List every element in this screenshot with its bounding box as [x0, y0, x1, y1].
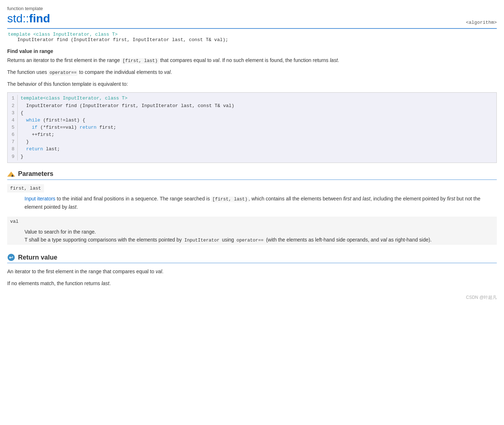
param-name-val: val: [7, 217, 21, 226]
input-iterators-link[interactable]: Input iterators: [25, 196, 56, 202]
function-name: std::find: [7, 12, 50, 25]
return-icon: ↩: [7, 253, 15, 261]
last-italic-2: last: [68, 204, 76, 210]
last-italic-return: last: [101, 280, 109, 286]
last-italic-1: last: [330, 57, 338, 63]
code-line-3: 3 {: [8, 110, 496, 117]
code-line-6: 6 ++first;: [8, 131, 496, 138]
parameters-title: Parameters: [18, 170, 53, 178]
param-desc-first-last: Input iterators to the initial and final…: [7, 195, 497, 211]
svg-text:▲: ▲: [10, 173, 14, 177]
first-italic-2: first: [447, 196, 455, 202]
operator-code: operator==: [48, 70, 78, 76]
val-italic-return: val: [156, 269, 162, 274]
code-block-container: 1 template<class InputIterator, class T>…: [7, 92, 497, 163]
param-name-first-last: first, last: [7, 184, 44, 192]
parameters-divider: [7, 180, 497, 180]
code-line-9: 9 }: [8, 153, 496, 160]
parameters-icon: ▲: [7, 170, 15, 178]
return-divider: [7, 263, 497, 263]
namespace: std::: [7, 12, 29, 25]
description-3: The behavior of this function template i…: [7, 80, 497, 88]
signature-block: template <class InputIterator, class T> …: [7, 32, 497, 43]
code-line-2: 2 InputIterator find (InputIterator firs…: [8, 102, 496, 110]
return-title: Return value: [18, 254, 57, 261]
val-desc-line2: T shall be a type supporting comparisons…: [25, 236, 497, 244]
val-desc-line1: Value to search for in the range.: [25, 228, 497, 236]
return-desc-1: An iterator to the first element in the …: [7, 267, 497, 275]
code-line-5: 5 if (*first==val) return first;: [8, 124, 496, 131]
function-type: function template: [7, 6, 497, 11]
code-line-1: 1 template<class InputIterator, class T>: [8, 95, 496, 102]
return-section-header: ↩ Return value: [7, 253, 497, 261]
range-code: [first, last): [211, 196, 249, 202]
operatoreq-code: operator==: [235, 238, 265, 243]
main-heading: Find value in range: [7, 48, 497, 54]
first-italic: first: [343, 196, 352, 202]
watermark: CSDN @叶超凡: [7, 295, 497, 301]
param-first-last: first, last Input iterators to the initi…: [7, 184, 497, 211]
code-line-4: 4 while (first!=last) {: [8, 117, 496, 124]
sig-function-line: InputIterator find (InputIterator first,…: [17, 37, 228, 43]
description-1: Returns an iterator to the first element…: [7, 56, 497, 65]
header-tag: <algorithm>: [466, 20, 497, 25]
parameters-section-header: ▲ Parameters: [7, 170, 497, 178]
val-italic-1: val: [213, 57, 219, 63]
last-italic: last: [363, 196, 371, 202]
val-italic-2: val: [164, 69, 171, 75]
code-line-8: 8 return last;: [8, 146, 496, 153]
param-val: val Value to search for in the range. T …: [7, 217, 497, 245]
description-2: The function uses operator== to compare …: [7, 68, 497, 76]
code-block: 1 template<class InputIterator, class T>…: [8, 93, 496, 162]
sig-template-line: template <class InputIterator, class T>: [8, 32, 118, 37]
param-desc-val: Value to search for in the range. T shal…: [7, 228, 497, 244]
code-line-7: 7 }: [8, 138, 496, 146]
return-desc-2: If no elements match, the function retur…: [7, 279, 497, 287]
header-divider: [7, 28, 497, 29]
svg-text:↩: ↩: [9, 255, 13, 260]
inline-code-range: [first, last): [121, 58, 159, 64]
page-header: function template std::find <algorithm>: [7, 6, 497, 25]
val-italic-3: val: [380, 237, 387, 243]
inputiterator-code: InputIterator: [183, 238, 221, 243]
